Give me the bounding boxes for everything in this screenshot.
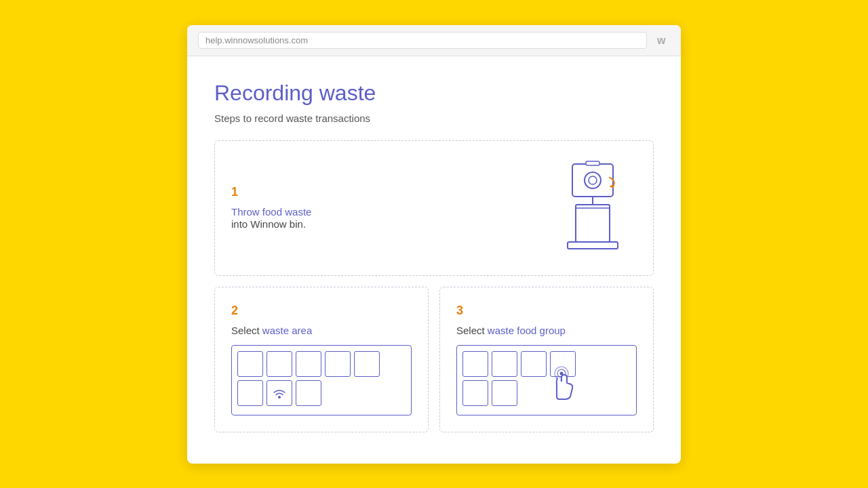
step-2-number: 2 — [231, 304, 412, 318]
svg-rect-7 — [568, 242, 618, 249]
step-3-title: Select waste food group — [456, 325, 637, 337]
grid-cell — [521, 351, 547, 377]
grid-row-2 — [237, 380, 406, 406]
step-2-prefix: Select — [231, 325, 262, 336]
grid-cell — [237, 351, 263, 377]
grid-cell — [267, 380, 292, 406]
step-1-card: 1 Throw food waste into Winnow bin. — [214, 140, 654, 276]
step-2-title: Select waste area — [231, 325, 412, 337]
step-3-card: 3 Select waste food group — [439, 287, 654, 432]
step-2-link[interactable]: waste area — [262, 325, 312, 336]
step-3-link[interactable]: waste food group — [488, 325, 566, 336]
step-2-illustration — [231, 345, 412, 415]
grid-cell — [237, 380, 263, 406]
grid-cell — [354, 351, 380, 377]
svg-point-3 — [589, 176, 597, 184]
grid-cell — [267, 351, 292, 377]
grid-row-3a — [462, 351, 631, 377]
step-3-prefix: Select — [456, 325, 488, 336]
winnow-bin-icon — [555, 157, 630, 259]
grid-cell — [492, 351, 517, 377]
grid-cell — [296, 351, 321, 377]
step-3-number: 3 — [456, 304, 637, 318]
steps-row: 2 Select waste area — [214, 287, 654, 443]
grid-cell — [462, 380, 488, 406]
browser-bar: w — [187, 25, 681, 56]
address-bar[interactable] — [198, 32, 647, 49]
svg-rect-6 — [576, 205, 610, 242]
page-subtitle: Steps to record waste transactions — [214, 113, 654, 124]
page-title: Recording waste — [214, 81, 654, 106]
step-1-content: 1 Throw food waste into Winnow bin. — [231, 185, 311, 230]
grid-row-3b — [462, 380, 631, 406]
grid-cell — [492, 380, 517, 406]
grid-cell — [462, 351, 488, 377]
step-3-illustration — [456, 345, 637, 415]
grid-cell — [325, 351, 351, 377]
tap-icon — [548, 363, 580, 403]
wifi-icon — [271, 385, 288, 401]
step-1-title: Throw food waste — [231, 206, 311, 218]
svg-point-9 — [278, 396, 281, 399]
grid-row-1 — [237, 351, 406, 377]
browser-window: w Recording waste Steps to record waste … — [187, 25, 681, 464]
page-content: Recording waste Steps to record waste tr… — [187, 56, 681, 464]
step-1-illustration — [549, 157, 637, 259]
svg-rect-4 — [586, 161, 599, 165]
winnow-logo: w — [655, 33, 670, 47]
grid-cell — [550, 351, 576, 377]
step-1-number: 1 — [231, 185, 311, 199]
step-1-desc: into Winnow bin. — [231, 218, 306, 230]
svg-text:w: w — [656, 35, 666, 46]
step-2-card: 2 Select waste area — [214, 287, 429, 432]
grid-cell — [296, 380, 321, 406]
